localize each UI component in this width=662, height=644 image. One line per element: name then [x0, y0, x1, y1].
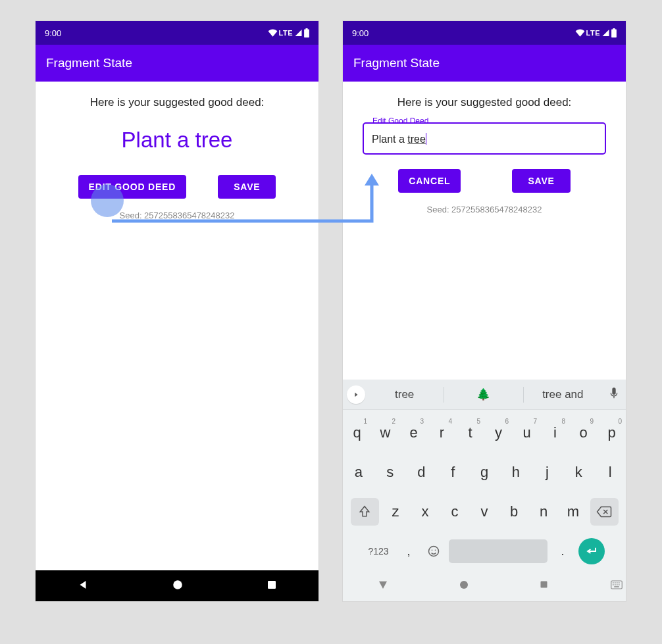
svg-rect-10: [617, 582, 618, 583]
svg-rect-14: [617, 584, 618, 585]
key-x[interactable]: x: [411, 495, 440, 528]
key-c[interactable]: c: [441, 495, 469, 528]
navigation-bar: [343, 570, 626, 601]
key-v[interactable]: v: [471, 495, 499, 528]
svg-rect-6: [541, 582, 547, 588]
voice-input-button[interactable]: [602, 387, 626, 403]
keyboard-switch-button[interactable]: [611, 580, 623, 592]
enter-icon: [586, 547, 598, 556]
key-h[interactable]: h: [501, 456, 531, 489]
key-n[interactable]: n: [530, 495, 558, 528]
svg-rect-9: [615, 582, 616, 583]
status-icons: LTE: [268, 28, 309, 37]
key-u[interactable]: u7: [513, 416, 540, 449]
subtitle-text: Here is your suggested good deed:: [353, 96, 615, 109]
svg-point-5: [460, 581, 468, 589]
spacebar-key[interactable]: [449, 539, 547, 563]
svg-rect-11: [619, 582, 620, 583]
status-bar: 9:00 LTE: [36, 21, 318, 45]
home-button[interactable]: [458, 579, 470, 593]
chevron-right-icon: [353, 391, 359, 398]
clock-text: 9:00: [352, 28, 369, 38]
key-y[interactable]: y6: [485, 416, 512, 449]
svg-rect-15: [619, 584, 620, 585]
mic-icon: [609, 387, 619, 400]
backspace-key[interactable]: [590, 498, 619, 526]
wifi-icon: [575, 29, 585, 37]
key-k[interactable]: k: [563, 456, 594, 489]
save-button[interactable]: SAVE: [512, 169, 570, 193]
text-cursor: [426, 133, 427, 145]
signal-icon: [294, 29, 303, 37]
keyboard-icon: [611, 580, 623, 589]
key-m[interactable]: m: [559, 495, 588, 528]
subtitle-text: Here is your suggested good deed:: [46, 96, 308, 109]
status-icons: LTE: [575, 28, 617, 37]
emoji-icon: [427, 545, 440, 558]
key-o[interactable]: o9: [570, 416, 597, 449]
back-button[interactable]: [378, 580, 388, 593]
enter-key[interactable]: [578, 538, 605, 564]
key-p[interactable]: p0: [598, 416, 625, 449]
button-row: EDIT GOOD DEED SAVE: [46, 175, 308, 199]
signal-icon: [601, 29, 610, 37]
key-e[interactable]: e3: [400, 416, 427, 449]
content-area: Here is your suggested good deed: Edit G…: [343, 82, 626, 214]
svg-rect-12: [613, 584, 614, 585]
edit-text-field[interactable]: Edit Good Deed Plant a tree: [363, 122, 606, 155]
phone-screen-edit-mode: 9:00 LTE Fragment State Here is your sug…: [342, 20, 626, 602]
network-label: LTE: [279, 29, 293, 37]
home-button[interactable]: [172, 579, 184, 593]
key-r[interactable]: r4: [428, 416, 455, 449]
key-d[interactable]: d: [407, 456, 437, 489]
suggestion-1[interactable]: tree: [365, 388, 444, 401]
key-f[interactable]: f: [438, 456, 468, 489]
keyboard-row-2: asdfghjkl: [343, 456, 626, 489]
app-title: Fragment State: [353, 56, 440, 70]
suggestion-2[interactable]: 🌲: [444, 387, 522, 401]
comma-key[interactable]: ,: [397, 535, 420, 568]
key-s[interactable]: s: [375, 456, 405, 489]
soft-keyboard: tree 🌲 tree and q1w2e3r4t5y6u7i8o9p0 asd…: [343, 380, 626, 570]
key-w[interactable]: w2: [372, 416, 399, 449]
content-area: Here is your suggested good deed: Plant …: [36, 82, 318, 220]
battery-icon: [304, 28, 309, 37]
key-i[interactable]: i8: [542, 416, 569, 449]
recents-button[interactable]: [267, 580, 277, 593]
back-button[interactable]: [77, 579, 89, 593]
svg-rect-8: [613, 582, 614, 583]
key-j[interactable]: j: [532, 456, 563, 489]
recents-button[interactable]: [539, 580, 549, 592]
cancel-button[interactable]: CANCEL: [398, 169, 461, 193]
clock-text: 9:00: [45, 28, 61, 38]
deed-text: Plant a tree: [46, 128, 308, 153]
keyboard-row-4: ?123 , .: [343, 535, 626, 568]
key-q[interactable]: q1: [344, 416, 370, 449]
phone-screen-view-mode: 9:00 LTE Fragment State Here is your sug…: [35, 20, 319, 602]
svg-rect-13: [615, 584, 616, 585]
key-g[interactable]: g: [469, 456, 499, 489]
key-l[interactable]: l: [595, 456, 625, 489]
key-z[interactable]: z: [382, 495, 410, 528]
suggestion-3[interactable]: tree and: [524, 388, 602, 401]
keyboard-row-3: zxcvbnm: [343, 495, 626, 528]
period-key[interactable]: .: [551, 535, 574, 568]
wifi-icon: [268, 29, 278, 37]
expand-suggestions-button[interactable]: [347, 385, 365, 404]
key-t[interactable]: t5: [457, 416, 484, 449]
shift-key[interactable]: [351, 498, 379, 526]
save-button[interactable]: SAVE: [218, 175, 276, 199]
symbols-key[interactable]: ?123: [361, 546, 396, 557]
emoji-key[interactable]: [422, 535, 446, 568]
svg-rect-16: [614, 586, 619, 587]
field-value: Plant a tree: [372, 134, 426, 145]
app-bar: Fragment State: [343, 45, 626, 82]
status-bar: 9:00 LTE: [343, 21, 626, 45]
svg-rect-1: [268, 581, 276, 589]
svg-point-2: [429, 547, 439, 557]
backspace-icon: [596, 506, 612, 518]
key-b[interactable]: b: [500, 495, 528, 528]
keyboard-row-1: q1w2e3r4t5y6u7i8o9p0: [343, 416, 626, 449]
network-label: LTE: [586, 29, 600, 37]
key-a[interactable]: a: [344, 456, 374, 489]
